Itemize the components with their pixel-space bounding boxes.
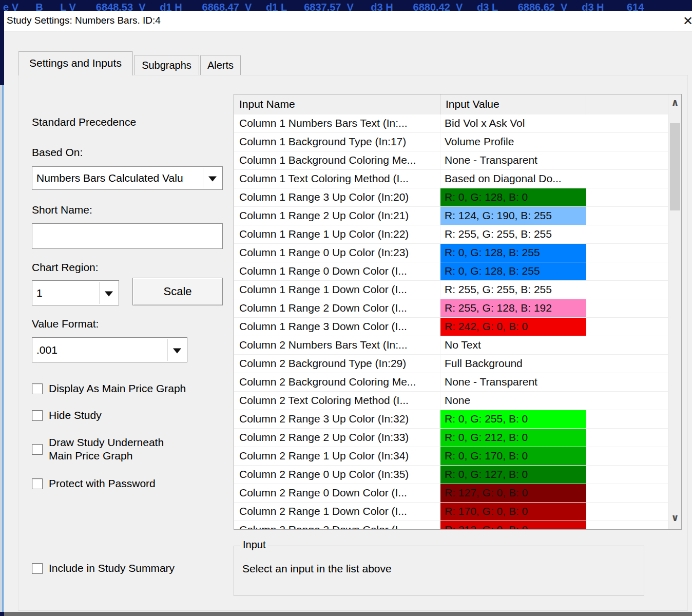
table-row[interactable]: Column 2 Numbers Bars Text (In:...No Tex… [234,336,668,355]
checkbox-protect-with-password[interactable]: Protect with Password [32,477,156,490]
extra-cell [586,447,668,465]
checkbox-draw-study-underneath[interactable]: Draw Study Underneath Main Price Graph [32,436,201,463]
scroll-up-icon[interactable]: ∧ [668,97,682,112]
table-row[interactable]: Column 2 Range 3 Up Color (In:32)R: 0, G… [234,410,668,429]
input-value-cell: R: 212, G: 0, B: 0 [440,521,586,530]
close-icon[interactable]: ✕ [683,13,692,29]
input-name-cell: Column 2 Numbers Bars Text (In:... [234,336,440,354]
checkbox-box[interactable] [32,410,43,421]
scroll-down-icon[interactable]: ∨ [668,512,682,527]
screen: e V B L V 6848.53 V d1 H 6868.47 V d1 L … [0,0,692,616]
table-row[interactable]: Column 1 Range 1 Up Color (In:22)R: 255,… [234,225,668,244]
input-name-cell: Column 1 Background Coloring Me... [234,151,440,169]
input-name-cell: Column 2 Range 2 Down Color (I... [234,521,440,530]
extra-cell [586,392,668,410]
extra-cell [586,225,668,243]
table-row[interactable]: Column 1 Range 0 Down Color (I...R: 0, G… [234,262,668,281]
tab-subgraphs[interactable]: Subgraphs [134,55,199,75]
table-row[interactable]: Column 1 Numbers Bars Text (In:...Bid Vo… [234,114,668,133]
chevron-down-icon[interactable] [203,168,221,188]
checkbox-display-as-main-price-graph[interactable]: Display As Main Price Graph [32,382,186,395]
table-row[interactable]: Column 1 Background Type (In:17)Volume P… [234,133,668,151]
scrollbar-thumb[interactable] [670,123,680,210]
checkbox-include-in-study-summary[interactable]: Include in Study Summary [32,562,175,575]
table-row[interactable]: Column 2 Background Type (In:29)Full Bac… [234,355,668,373]
input-groupbox-message: Select an input in the list above [242,563,392,575]
header-extra[interactable] [586,94,668,114]
checkbox-label: Draw Study Underneath Main Price Graph [49,436,187,463]
input-name-cell: Column 2 Range 3 Up Color (In:32) [234,410,440,428]
input-value-cell: R: 0, G: 127, B: 0 [440,466,586,484]
input-name-cell: Column 2 Range 1 Up Color (In:34) [234,447,440,465]
background-bottom-navy [0,612,4,616]
input-name-cell: Column 1 Range 1 Down Color (I... [234,281,440,299]
input-value-cell: None - Transparent [440,373,586,391]
input-name-cell: Column 1 Text Coloring Method (I... [234,170,440,188]
value-format-select[interactable]: .001 [32,337,187,362]
table-row[interactable]: Column 2 Range 2 Down Color (I...R: 212,… [234,521,668,530]
input-name-cell: Column 1 Range 0 Up Color (In:23) [234,244,440,262]
extra-cell [586,244,668,262]
scale-button[interactable]: Scale [132,278,223,305]
based-on-value: Numbers Bars Calculated Valu [36,172,183,184]
value-format-value: .001 [36,344,57,356]
tab-settings-and-inputs[interactable]: Settings and Inputs [18,51,133,75]
input-name-cell: Column 1 Range 3 Down Color (I... [234,318,440,336]
table-row[interactable]: Column 1 Range 3 Up Color (In:20)R: 0, G… [234,188,668,207]
input-name-cell: Column 2 Range 0 Up Color (In:35) [234,466,440,484]
input-groupbox: Input Select an input in the list above [234,546,644,596]
chevron-down-icon[interactable] [99,282,118,304]
inputs-list-rows: Column 1 Numbers Bars Text (In:...Bid Vo… [234,114,668,530]
checkbox-box[interactable] [32,563,43,574]
input-name-cell: Column 2 Range 1 Down Color (I... [234,503,440,521]
table-row[interactable]: Column 2 Range 2 Up Color (In:33)R: 0, G… [234,429,668,447]
table-row[interactable]: Column 2 Range 0 Down Color (I...R: 127,… [234,484,668,503]
input-value-cell: Full Background [440,355,586,373]
input-value-cell: R: 0, G: 212, B: 0 [440,429,586,447]
input-value-cell: R: 255, G: 255, B: 255 [440,281,586,299]
table-row[interactable]: Column 2 Range 1 Down Color (I...R: 170,… [234,503,668,521]
vertical-scrollbar[interactable]: ∧ ∨ [668,94,681,529]
extra-cell [586,170,668,188]
chart-region-label: Chart Region: [32,261,99,274]
header-input-value[interactable]: Input Value [440,94,586,114]
extra-cell [586,503,668,521]
table-row[interactable]: Column 2 Range 0 Up Color (In:35)R: 0, G… [234,466,668,484]
table-row[interactable]: Column 2 Range 1 Up Color (In:34)R: 0, G… [234,447,668,466]
chevron-down-icon[interactable] [167,339,186,361]
table-row[interactable]: Column 1 Range 2 Down Color (I...R: 255,… [234,299,668,318]
table-row[interactable]: Column 2 Background Coloring Me...None -… [234,373,668,392]
header-input-name[interactable]: Input Name [234,94,440,114]
value-format-label: Value Format: [32,318,99,330]
input-name-cell: Column 1 Range 2 Up Color (In:21) [234,207,440,225]
table-row[interactable]: Column 1 Range 2 Up Color (In:21)R: 124,… [234,207,668,225]
inputs-list-header: Input Name Input Value [234,94,668,114]
table-row[interactable]: Column 1 Range 0 Up Color (In:23)R: 0, G… [234,244,668,262]
chart-region-select[interactable]: 1 [32,280,119,305]
extra-cell [586,484,668,502]
extra-cell [586,151,668,169]
based-on-select[interactable]: Numbers Bars Calculated Valu [32,166,223,190]
short-name-input[interactable] [32,223,223,249]
checkbox-label: Display As Main Price Graph [49,382,186,395]
table-row[interactable]: Column 1 Range 3 Down Color (I...R: 242,… [234,318,668,336]
extra-cell [586,299,668,317]
precedence-text: Standard Precedence [32,116,136,128]
checkbox-box[interactable] [32,383,43,394]
input-name-cell: Column 2 Background Type (In:29) [234,355,440,373]
input-name-cell: Column 2 Range 2 Up Color (In:33) [234,429,440,447]
extra-cell [586,262,668,280]
checkbox-hide-study[interactable]: Hide Study [32,409,102,422]
table-row[interactable]: Column 1 Text Coloring Method (I...Based… [234,170,668,188]
tab-alerts[interactable]: Alerts [200,55,241,75]
table-row[interactable]: Column 2 Text Coloring Method (I...None [234,392,668,410]
chart-region-value: 1 [36,287,43,299]
input-value-cell: No Text [440,336,586,354]
checkbox-box[interactable] [32,478,43,489]
checkbox-box[interactable] [32,444,43,455]
input-groupbox-title: Input [240,539,268,551]
table-row[interactable]: Column 1 Background Coloring Me...None -… [234,151,668,170]
short-name-label: Short Name: [32,204,92,216]
checkbox-label: Include in Study Summary [49,562,175,575]
table-row[interactable]: Column 1 Range 1 Down Color (I...R: 255,… [234,281,668,299]
